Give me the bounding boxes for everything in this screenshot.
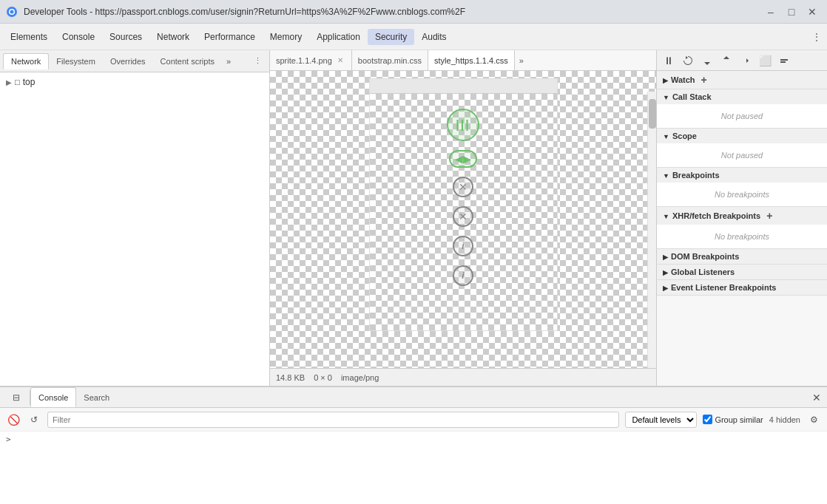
file-size: 14.8 KB [276, 373, 305, 382]
image-preview-background: ||| ◀▶ ✕ ✕ i i [270, 71, 656, 368]
source-status-bar: 14.8 KB 0 × 0 image/png [270, 368, 656, 386]
tab-filesystem[interactable]: Filesystem [49, 54, 103, 69]
watch-section-header[interactable]: Watch + [657, 71, 827, 89]
call-stack-content: Not paused [657, 104, 827, 128]
console-body: > [0, 432, 827, 504]
source-tab-bootstrap[interactable]: bootstrap.min.css [352, 50, 428, 70]
source-tab-style[interactable]: style_https.1.1.4.css [428, 50, 515, 70]
maximize-button[interactable]: □ [783, 3, 800, 21]
console-settings-button[interactable]: ⚙ [806, 412, 821, 427]
source-scrollbar[interactable] [647, 92, 656, 368]
source-tabs: sprite.1.1.4.png ✕ bootstrap.min.css sty… [270, 50, 656, 71]
bottom-controls: ⊟ [3, 390, 30, 405]
scope-header[interactable]: Scope [657, 129, 827, 143]
info-sprite-icon-2: i [453, 265, 473, 286]
menu-application[interactable]: Application [309, 29, 368, 45]
step-over-button[interactable] [679, 52, 697, 69]
pause-button[interactable]: ⏸ [660, 52, 678, 69]
tab-console-bottom[interactable]: Console [30, 387, 76, 407]
breakpoints-chevron-icon [663, 171, 669, 180]
source-tab-sprite[interactable]: sprite.1.1.4.png ✕ [270, 50, 352, 70]
event-label: Event Listener Breakpoints [671, 283, 776, 292]
xhr-content: No breakpoints [657, 225, 827, 248]
deactivate-button[interactable]: ⬜ [756, 52, 774, 69]
tree-arrow-icon: ▶ [6, 78, 12, 86]
xhr-header[interactable]: XHR/fetch Breakpoints + [657, 207, 827, 225]
filter-input[interactable] [47, 412, 619, 428]
tab-network[interactable]: Network [3, 53, 49, 69]
close-sprite-icon-2: ✕ [453, 206, 473, 227]
image-container: ||| ◀▶ ✕ ✕ i i [369, 78, 558, 331]
bottom-close-button[interactable]: ✕ [809, 390, 824, 405]
menu-network[interactable]: Network [149, 29, 197, 45]
menu-security[interactable]: Security [368, 29, 414, 45]
call-stack-label: Call Stack [672, 92, 712, 101]
watch-label: Watch [671, 75, 695, 84]
source-tab-bootstrap-label: bootstrap.min.css [358, 56, 422, 65]
menu-console[interactable]: Console [55, 29, 102, 45]
console-refresh-button[interactable]: ↺ [27, 412, 41, 427]
tab-content-scripts[interactable]: Content scripts [153, 54, 222, 69]
window-controls: – □ ✕ [762, 3, 821, 21]
no-breakpoints: No breakpoints [657, 185, 827, 203]
left-tabs-more[interactable]: » [222, 55, 235, 67]
xhr-label: XHR/fetch Breakpoints [672, 211, 760, 220]
breakpoints-content: No breakpoints [657, 183, 827, 206]
watch-add-button[interactable]: + [698, 74, 710, 86]
middle-panel: sprite.1.1.4.png ✕ bootstrap.min.css sty… [270, 50, 657, 386]
tab-overrides[interactable]: Overrides [103, 54, 153, 69]
bottom-tab-bar: ⊟ Console Search ✕ [0, 387, 827, 408]
breakpoints-header[interactable]: Breakpoints [657, 168, 827, 183]
default-levels-select[interactable]: Default levels [625, 412, 697, 428]
menu-elements[interactable]: Elements [3, 29, 55, 45]
tab-search-bottom[interactable]: Search [76, 387, 117, 407]
watch-section: Watch + [657, 71, 827, 89]
dom-label: DOM Breakpoints [671, 252, 739, 261]
step-out-button[interactable] [718, 52, 735, 69]
xhr-add-button[interactable]: + [763, 210, 775, 222]
global-header[interactable]: Global Listeners [657, 265, 827, 279]
group-similar-checkbox[interactable]: Group similar [703, 415, 763, 424]
menu-sources[interactable]: Sources [102, 29, 149, 45]
xhr-section: XHR/fetch Breakpoints + No breakpoints [657, 207, 827, 249]
call-stack-not-paused: Not paused [657, 107, 827, 125]
group-similar-input[interactable] [703, 415, 712, 424]
left-tab-menu[interactable]: ⋮ [249, 55, 266, 67]
dom-chevron-icon [663, 252, 668, 261]
source-tab-sprite-close[interactable]: ✕ [335, 55, 345, 66]
menu-audits[interactable]: Audits [414, 29, 453, 45]
clear-console-button[interactable]: 🚫 [6, 412, 21, 427]
dom-header[interactable]: DOM Breakpoints [657, 249, 827, 264]
source-tabs-more[interactable]: » [515, 56, 528, 65]
menu-performance[interactable]: Performance [197, 29, 263, 45]
console-prompt[interactable]: > [6, 435, 821, 444]
step-button[interactable] [737, 52, 755, 69]
chrome-icon [6, 6, 18, 18]
scope-not-paused: Not paused [657, 146, 827, 164]
window-title: Developer Tools - https://passport.cnblo… [24, 7, 756, 17]
async-button[interactable] [775, 52, 793, 69]
tree-label-top: top [23, 77, 36, 87]
bottom-panel-toggle[interactable]: ⊟ [9, 390, 24, 405]
hidden-count: 4 hidden [769, 415, 800, 424]
left-panel: Network Filesystem Overrides Content scr… [0, 50, 270, 386]
left-tab-bar: Network Filesystem Overrides Content scr… [0, 50, 269, 72]
source-tab-sprite-label: sprite.1.1.4.png [276, 56, 332, 65]
bottom-section: ⊟ Console Search ✕ 🚫 ↺ Default levels Gr… [0, 386, 827, 504]
right-content: Watch + Call Stack Not paused [657, 71, 827, 386]
devtools-main: Network Filesystem Overrides Content scr… [0, 50, 827, 504]
minimize-button[interactable]: – [762, 3, 780, 21]
tree-item-top[interactable]: ▶ □ top [3, 75, 266, 89]
menu-memory[interactable]: Memory [263, 29, 309, 45]
step-into-button[interactable] [698, 52, 716, 69]
xhr-no-breakpoints: No breakpoints [657, 228, 827, 245]
call-stack-header[interactable]: Call Stack [657, 89, 827, 104]
svg-point-2 [10, 10, 14, 13]
close-button[interactable]: ✕ [803, 3, 821, 21]
menu-more-button[interactable]: ⋮ [809, 29, 824, 45]
scope-content: Not paused [657, 143, 827, 167]
call-stack-section: Call Stack Not paused [657, 89, 827, 129]
scope-section: Scope Not paused [657, 129, 827, 168]
event-header[interactable]: Event Listener Breakpoints [657, 280, 827, 295]
console-filters: 🚫 ↺ Default levels Group similar 4 hidde… [0, 408, 827, 432]
